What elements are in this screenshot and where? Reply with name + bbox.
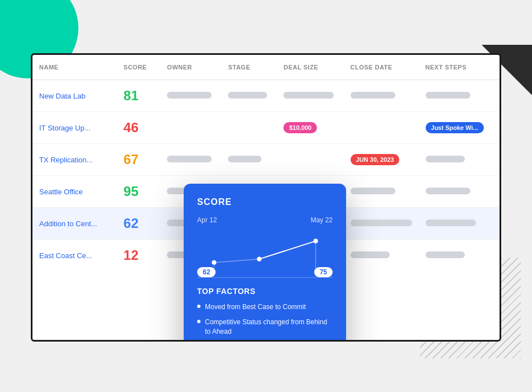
score-line-chart [197,228,333,270]
factors-list: Moved from Best Case to CommitCompetitiv… [197,302,333,340]
score-value: 12 [124,248,139,263]
next-steps-badge: Just Spoke Wi... [426,122,484,133]
deal-name[interactable]: TX Replication... [39,156,92,164]
deal-name[interactable]: New Data Lab [39,92,85,100]
factor-text: Competitive Status changed from Behind t… [205,318,333,337]
svg-line-0 [214,259,259,263]
close-date-pill [351,92,395,99]
score-chart: Apr 12 May 22 62 75 [197,216,333,278]
deal-size-badge: $10,000 [283,122,317,133]
score-value: 62 [124,216,139,231]
owner-pill [167,92,212,99]
popup-title: SCORE [197,197,333,207]
table-container: NAME SCORE OWNER STAGE DEAL SIZE CLOSE D… [32,55,500,340]
col-header-name: NAME [32,55,117,80]
next-steps-pill [426,251,465,258]
col-header-owner: OWNER [160,55,221,80]
next-steps-pill [426,220,476,226]
factor-dot [197,305,200,308]
owner-pill [167,156,212,162]
table-row: TX Replication...67JUN 30, 2023 [32,144,500,176]
table-row: New Data Lab81 [32,80,500,112]
score-bubble-1: 62 [197,267,216,277]
col-header-score: SCORE [117,55,161,80]
svg-line-1 [259,241,316,259]
col-header-stage: STAGE [221,55,277,80]
stage-pill [228,92,267,99]
deal-name[interactable]: East Coast Ce... [39,251,92,260]
col-header-deal: DEAL SIZE [277,55,343,80]
stage-pill [228,156,262,162]
score-value: 67 [124,152,139,167]
factor-item: Moved from Best Case to Commit [197,302,333,312]
deal-name[interactable]: Seattle Office [39,188,83,196]
main-window: NAME SCORE OWNER STAGE DEAL SIZE CLOSE D… [31,53,501,342]
svg-point-3 [257,257,262,262]
next-steps-pill [426,92,470,99]
factor-item: Competitive Status changed from Behind t… [197,318,333,337]
col-header-close: CLOSE DATE [344,55,419,80]
score-value: 46 [124,120,139,135]
table-row: IT Storage Up...46$10,000Just Spoke Wi..… [32,112,500,144]
deal-name[interactable]: IT Storage Up... [39,124,91,132]
factor-dot [197,320,200,323]
score-bubble-2: 75 [314,267,333,277]
chart-date-2: May 22 [311,216,333,224]
deal-name[interactable]: Addition to Cent... [39,220,97,228]
chart-date-1: Apr 12 [197,216,217,224]
close-date-pill [351,251,390,258]
next-steps-pill [426,188,470,194]
close-date-badge: JUN 30, 2023 [351,154,400,165]
next-steps-pill [426,156,465,162]
close-date-pill [351,220,412,226]
score-value: 81 [124,88,139,103]
col-header-next: NEXT STEPS [419,55,500,80]
top-factors-title: TOP FACTORS [197,287,333,296]
chart-date-labels: Apr 12 May 22 [197,216,333,224]
score-value: 95 [124,184,139,199]
deal-size-pill [283,92,334,99]
close-date-pill [351,188,395,194]
factor-text: Moved from Best Case to Commit [205,302,306,312]
score-popup: SCORE Apr 12 May 22 [184,184,346,340]
